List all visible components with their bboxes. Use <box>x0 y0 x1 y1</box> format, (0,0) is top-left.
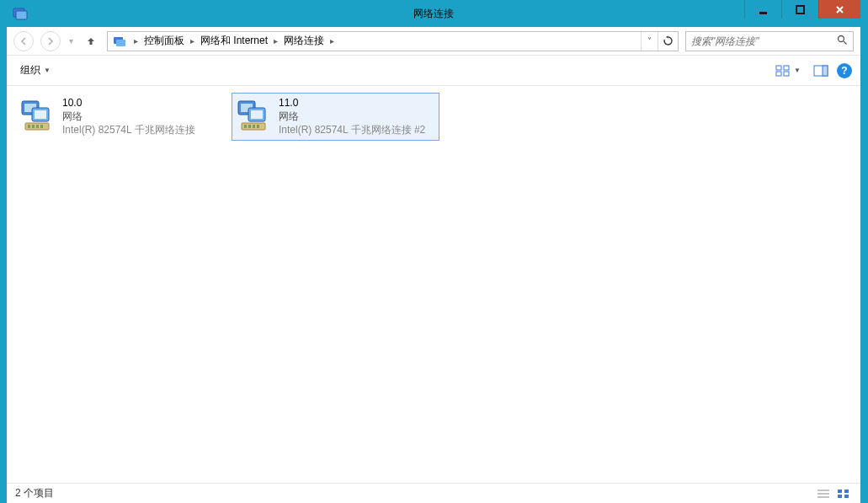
icons-view-button[interactable] <box>835 487 852 500</box>
svg-point-6 <box>839 35 844 41</box>
svg-rect-11 <box>784 72 789 76</box>
chevron-right-icon[interactable]: ▸ <box>271 36 280 45</box>
view-options-button[interactable]: ▼ <box>771 62 805 79</box>
svg-rect-30 <box>253 125 255 128</box>
svg-rect-3 <box>796 6 804 13</box>
connection-status: 网络 <box>279 110 425 123</box>
address-path-icon <box>111 33 128 50</box>
svg-rect-19 <box>28 125 30 128</box>
svg-rect-13 <box>823 66 828 76</box>
content-area[interactable]: 10.0 网络 Intel(R) 82574L 千兆网络连接 11.0 网络 I… <box>7 86 860 483</box>
connection-status: 网络 <box>62 110 195 123</box>
status-bar: 2 个项目 <box>7 483 860 503</box>
help-button[interactable]: ? <box>837 63 852 78</box>
connection-info: 11.0 网络 Intel(R) 82574L 千兆网络连接 #2 <box>279 96 425 137</box>
status-view-switcher <box>815 487 852 500</box>
view-tiles-icon <box>775 65 791 77</box>
svg-rect-2 <box>759 12 767 14</box>
connection-name: 11.0 <box>279 96 425 110</box>
connection-item[interactable]: 10.0 网络 Intel(R) 82574L 千兆网络连接 <box>15 93 223 141</box>
help-icon-label: ? <box>841 65 847 77</box>
search-box[interactable] <box>685 31 854 51</box>
window-frame: 网络连接 ▾ ▸ <box>7 0 860 503</box>
svg-rect-5 <box>116 40 125 46</box>
toolbar: 组织 ▼ ▼ ? <box>7 56 860 86</box>
chevron-right-icon[interactable]: ▸ <box>131 36 141 45</box>
connection-name: 10.0 <box>62 96 195 110</box>
close-button[interactable] <box>818 0 860 19</box>
breadcrumb-item-control-panel[interactable]: 控制面板 <box>141 32 188 51</box>
status-item-count: 2 个项目 <box>15 486 54 500</box>
chevron-right-icon[interactable]: ▸ <box>327 36 337 45</box>
svg-rect-29 <box>248 125 251 128</box>
breadcrumb-item-network-connections[interactable]: 网络连接 <box>280 32 327 51</box>
nav-forward-button[interactable] <box>40 31 61 51</box>
connection-info: 10.0 网络 Intel(R) 82574L 千兆网络连接 <box>62 96 195 137</box>
connection-item[interactable]: 11.0 网络 Intel(R) 82574L 千兆网络连接 #2 <box>232 93 439 141</box>
search-icon[interactable] <box>837 34 848 49</box>
address-row: ▾ ▸ 控制面板 ▸ 网络和 Internet ▸ 网络连接 ▸ ˅ <box>7 27 860 56</box>
svg-rect-17 <box>35 110 46 119</box>
connection-adapter: Intel(R) 82574L 千兆网络连接 #2 <box>279 123 425 136</box>
preview-pane-button[interactable] <box>812 62 830 80</box>
svg-rect-26 <box>251 110 263 119</box>
svg-rect-35 <box>838 490 842 493</box>
nav-back-button[interactable] <box>13 31 34 51</box>
search-input[interactable] <box>691 35 837 47</box>
maximize-button[interactable] <box>781 0 818 19</box>
svg-rect-21 <box>36 125 39 128</box>
minimize-button[interactable] <box>744 0 781 19</box>
details-view-button[interactable] <box>815 487 832 500</box>
chevron-down-icon: ▼ <box>794 67 801 74</box>
chevron-down-icon: ▼ <box>44 67 51 74</box>
window-title: 网络连接 <box>413 7 454 21</box>
network-adapter-icon <box>235 96 272 133</box>
toolbar-right: ▼ ? <box>771 62 852 80</box>
svg-rect-9 <box>784 66 789 70</box>
nav-up-button[interactable] <box>82 32 100 51</box>
breadcrumb: ▸ 控制面板 ▸ 网络和 Internet ▸ 网络连接 ▸ <box>131 32 337 51</box>
connection-adapter: Intel(R) 82574L 千兆网络连接 <box>62 123 195 136</box>
organize-button[interactable]: 组织 ▼ <box>15 60 56 81</box>
window-icon <box>12 5 29 22</box>
svg-rect-20 <box>32 125 35 128</box>
address-bar[interactable]: ▸ 控制面板 ▸ 网络和 Internet ▸ 网络连接 ▸ ˅ <box>107 31 679 51</box>
organize-label: 组织 <box>20 63 40 78</box>
svg-rect-22 <box>40 125 43 128</box>
svg-rect-36 <box>844 490 849 493</box>
chevron-right-icon[interactable]: ▸ <box>188 36 197 45</box>
svg-line-7 <box>844 41 847 45</box>
window-controls <box>744 0 860 19</box>
breadcrumb-item-network-internet[interactable]: 网络和 Internet <box>197 32 271 51</box>
svg-rect-31 <box>257 125 259 128</box>
address-dropdown-button[interactable]: ˅ <box>641 32 658 51</box>
svg-rect-28 <box>244 125 247 128</box>
network-adapter-icon <box>19 96 56 133</box>
titlebar[interactable]: 网络连接 <box>7 0 860 27</box>
svg-rect-8 <box>776 66 781 70</box>
svg-rect-38 <box>844 495 849 498</box>
refresh-button[interactable] <box>658 32 678 51</box>
svg-rect-10 <box>776 72 781 76</box>
recent-locations-dropdown[interactable]: ▾ <box>67 36 75 45</box>
svg-rect-37 <box>838 495 842 498</box>
svg-rect-1 <box>16 11 27 19</box>
